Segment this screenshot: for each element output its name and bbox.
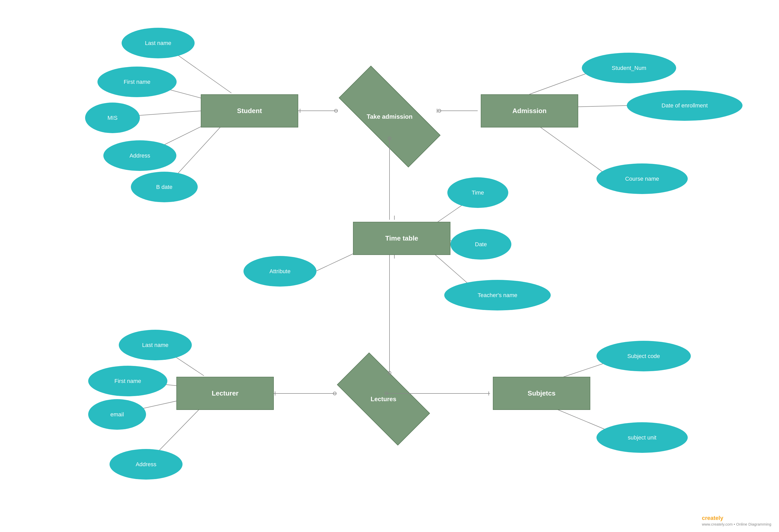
svg-line-30 [537, 125, 612, 178]
entity-student: Student [201, 94, 298, 128]
relation-take_admission: Take admission [341, 94, 438, 139]
attr-date_enrollment: Date of enrollment [627, 90, 742, 121]
attr-bdate: B date [131, 172, 198, 202]
attr-attribute: Attribute [243, 256, 316, 286]
watermark: creately www.creately.com • Online Diagr… [702, 515, 771, 527]
attr-last_name_student: Last name [122, 28, 195, 58]
attr-course_name: Course name [596, 163, 688, 194]
attr-address_lec: Address [110, 449, 183, 480]
attr-last_name_lec: Last name [119, 330, 192, 360]
attr-time: Time [447, 177, 508, 208]
attr-student_num: Student_Num [582, 53, 676, 83]
brand-name: creately [702, 515, 723, 521]
attr-first_name_lec: First name [88, 366, 167, 396]
attr-mis: MIS [85, 103, 140, 133]
attr-first_name_student: First name [98, 67, 177, 97]
attr-date_tt: Date [451, 229, 512, 260]
entity-timetable: Time table [353, 222, 451, 255]
entity-subjects: Subjetcs [493, 377, 590, 410]
attr-subject_code: Subject code [596, 341, 691, 372]
attr-address_student: Address [103, 140, 176, 171]
attr-subject_unit: subject unit [596, 422, 688, 453]
attr-email: email [88, 399, 146, 430]
attr-teachers_name: Teacher's name [444, 280, 551, 311]
relation-lectures: Lectures [341, 377, 426, 421]
brand-sub: www.creately.com • Online Diagramming [702, 522, 771, 526]
entity-admission: Admission [481, 94, 578, 128]
entity-lecturer: Lecturer [176, 377, 274, 410]
